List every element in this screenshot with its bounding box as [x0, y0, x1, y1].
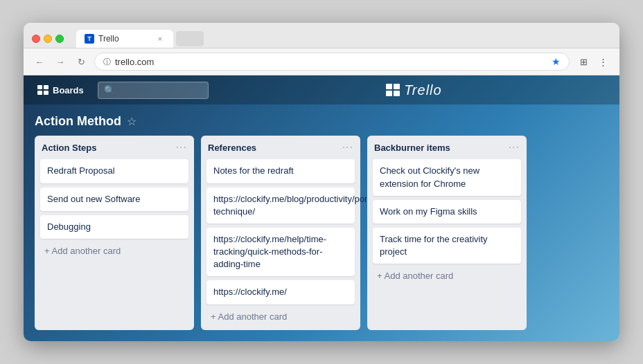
minimize-window-button[interactable]	[44, 35, 52, 43]
card[interactable]: Send out new Software	[40, 188, 188, 211]
maximize-window-button[interactable]	[55, 35, 64, 43]
list-menu-button[interactable]: ···	[509, 141, 520, 154]
card[interactable]: Track time for the creativity project	[373, 228, 521, 264]
card[interactable]: https://clockify.me/	[206, 280, 355, 304]
card[interactable]: Notes for the redraft	[206, 159, 355, 183]
list-menu-button[interactable]: ···	[342, 141, 353, 154]
list-title: References	[208, 143, 256, 153]
boards-icon-cell	[44, 85, 49, 89]
browser-menu-button[interactable]: ⋮	[594, 53, 611, 70]
trello-header: Boards 🔍 Trello	[24, 75, 619, 104]
url-text: trello.com	[115, 57, 547, 67]
title-bar: T Trello ×	[24, 23, 619, 48]
address-bar: ← → ↻ ⓘ trello.com ★ ⊞ ⋮	[24, 48, 619, 75]
tab-close-button[interactable]: ×	[155, 34, 165, 44]
search-box[interactable]: 🔍	[98, 82, 209, 99]
list-references: References ··· Notes for the redraft htt…	[201, 136, 360, 329]
trello-logo-cell	[394, 91, 400, 96]
card[interactable]: Debugging	[40, 215, 188, 239]
list-title: Backburner items	[374, 143, 450, 153]
card[interactable]: Redraft Proposal	[40, 159, 188, 183]
card[interactable]: https://clockify.me/help/time-tracking/q…	[206, 228, 355, 277]
card[interactable]: Work on my Figma skills	[373, 200, 521, 224]
tab-title: Trello	[98, 34, 151, 44]
search-icon: 🔍	[104, 85, 115, 95]
list-header: Action Steps ···	[40, 141, 188, 154]
card[interactable]: Check out Clockify's new extension for C…	[373, 159, 521, 195]
boards-icon-cell	[37, 91, 42, 95]
trello-logo-cell	[394, 84, 400, 89]
active-tab[interactable]: T Trello ×	[76, 30, 173, 48]
board-header: Action Method ☆	[24, 104, 619, 136]
board-content: Action Steps ··· Redraft Proposal Send o…	[24, 136, 619, 340]
bookmark-star[interactable]: ★	[552, 56, 561, 67]
add-card-button[interactable]: + Add another card	[40, 243, 188, 259]
list-header: Backburner items ···	[373, 141, 521, 154]
boards-icon	[37, 85, 49, 95]
boards-button[interactable]: Boards	[32, 82, 89, 98]
add-card-button[interactable]: + Add another card	[206, 309, 355, 325]
board-title: Action Method	[35, 114, 121, 129]
browser-window: T Trello × ← → ↻ ⓘ trello.com ★ ⊞ ⋮	[24, 23, 619, 340]
trello-logo-cell	[386, 84, 392, 89]
toolbar-right: ⊞ ⋮	[575, 53, 611, 70]
secure-icon: ⓘ	[103, 57, 111, 67]
forward-button[interactable]: →	[53, 54, 68, 69]
tab-bar: T Trello ×	[76, 30, 611, 48]
boards-icon-cell	[44, 91, 49, 95]
trello-logo: Trello	[217, 82, 611, 98]
list-action-steps: Action Steps ··· Redraft Proposal Send o…	[35, 136, 194, 329]
url-bar[interactable]: ⓘ trello.com ★	[94, 53, 570, 71]
board-star-button[interactable]: ☆	[127, 115, 136, 128]
traffic-lights	[32, 35, 64, 43]
card[interactable]: https://clockify.me/blog/productivity/po…	[206, 188, 355, 224]
close-window-button[interactable]	[32, 35, 40, 43]
list-backburner-items: Backburner items ··· Check out Clockify'…	[367, 136, 527, 329]
trello-logo-cell	[386, 91, 392, 96]
tab-favicon: T	[85, 34, 94, 44]
trello-logo-text: Trello	[404, 82, 442, 98]
back-button[interactable]: ←	[32, 54, 47, 69]
add-card-button[interactable]: + Add another card	[373, 268, 521, 284]
list-title: Action Steps	[42, 143, 96, 153]
trello-logo-icon	[386, 84, 400, 96]
boards-icon-cell	[37, 85, 42, 89]
trello-app: Boards 🔍 Trello Action Method ☆	[24, 75, 619, 340]
list-menu-button[interactable]: ···	[176, 141, 187, 154]
new-tab-ghost	[176, 31, 204, 46]
boards-label: Boards	[53, 85, 84, 95]
reload-button[interactable]: ↻	[73, 54, 89, 69]
list-header: References ···	[206, 141, 355, 154]
extensions-button[interactable]: ⊞	[575, 53, 592, 70]
